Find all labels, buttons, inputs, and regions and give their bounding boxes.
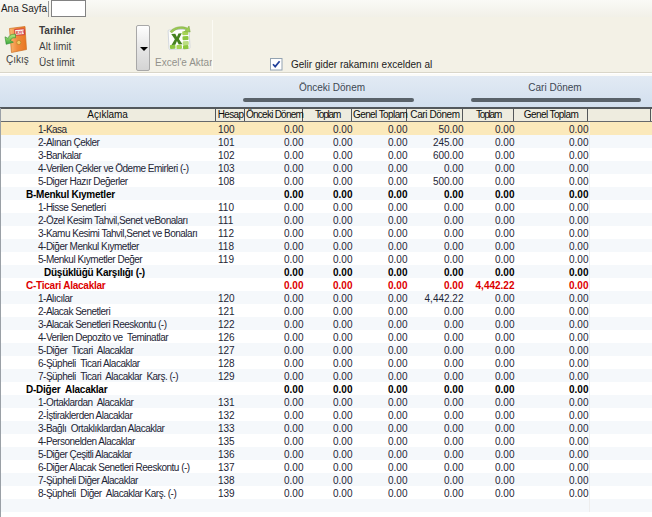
svg-text:EXIT: EXIT <box>16 29 26 35</box>
